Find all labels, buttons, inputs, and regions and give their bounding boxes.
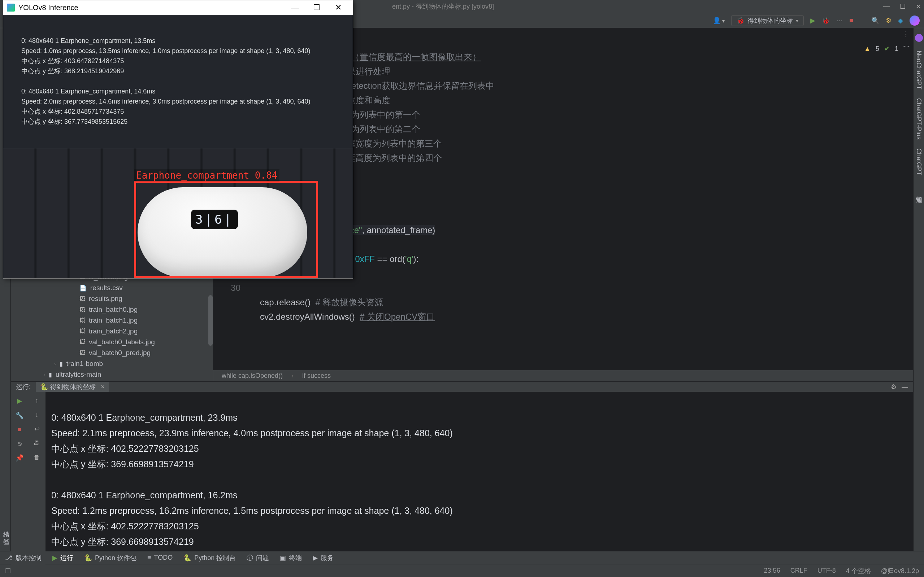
problems-tab[interactable]: ⓘ 问题 bbox=[247, 554, 269, 562]
maximize-icon[interactable]: ☐ bbox=[306, 3, 328, 12]
tree-file[interactable]: 🖼val_batch0_labels.jpg bbox=[11, 337, 213, 348]
right-panel-tab[interactable]: ChatGPT bbox=[915, 148, 922, 176]
warning-icon: ▲ bbox=[864, 45, 871, 53]
run-label: 运行: bbox=[16, 382, 31, 391]
inference-titlebar[interactable]: YOLOv8 Inference — ☐ ✕ bbox=[3, 0, 353, 15]
pin-icon[interactable]: 📌 bbox=[16, 454, 23, 462]
terminal-tab[interactable]: ▣ 终端 bbox=[280, 554, 302, 562]
run-output-gutter: ↑ ↓ ↩ 🖶 🗑 bbox=[28, 392, 45, 567]
run-play-icon[interactable]: ▶ bbox=[810, 16, 815, 24]
editor-inspection[interactable]: ▲5 ✔1 ˆ ˇ bbox=[864, 45, 909, 53]
ide-minimize-icon[interactable]: — bbox=[883, 3, 890, 10]
todo-tab[interactable]: ≡ TODO bbox=[147, 554, 173, 561]
up-icon[interactable]: ↑ bbox=[36, 397, 39, 405]
stop-icon[interactable]: ■ bbox=[18, 426, 22, 434]
tree-file[interactable]: 🖼train_batch2.jpg bbox=[11, 326, 213, 337]
right-panel-tab[interactable]: ChatGPT-Plus bbox=[915, 98, 922, 140]
pypkg-tab[interactable]: 🐍 Python 软件包 bbox=[84, 554, 136, 562]
editor-breadcrumb[interactable]: while cap.isOpened() › if success bbox=[213, 370, 913, 381]
file-icon: 🖼 bbox=[79, 317, 85, 324]
rerun-icon[interactable]: ▶ bbox=[17, 397, 22, 405]
tree-scrollbar[interactable] bbox=[208, 295, 213, 346]
run-tab[interactable]: ▶ 运行 bbox=[52, 554, 73, 562]
tree-file[interactable]: 🖼val_batch0_pred.jpg bbox=[11, 348, 213, 358]
exit-icon[interactable]: ⎋ bbox=[18, 440, 22, 448]
vcs-tab[interactable]: ⎇ 版本控制 bbox=[5, 554, 42, 562]
gear-icon[interactable]: ⚙ bbox=[891, 383, 897, 391]
run-config-selector[interactable]: 🐞 得到物体的坐标 ▾ bbox=[731, 15, 804, 26]
tree-file[interactable]: 🖼results.png bbox=[11, 293, 213, 304]
tree-file[interactable]: 🖼train_batch1.jpg bbox=[11, 315, 213, 326]
plugin-icon[interactable] bbox=[915, 34, 923, 42]
run-action-gutter: ▶ 🔧 ■ ⎋ 📌 bbox=[11, 392, 28, 567]
ide-maximize-icon[interactable]: ☐ bbox=[900, 3, 906, 10]
user-icon[interactable]: 👤 ▾ bbox=[713, 16, 725, 24]
run-tool-window: 运行: 🐍得到物体的坐标× ⚙ — ▶ 🔧 ■ ⎋ 📌 ↑ ↓ ↩ bbox=[11, 381, 913, 551]
close-tab-icon[interactable]: × bbox=[101, 383, 105, 391]
file-icon: 🖼 bbox=[79, 328, 85, 335]
caret-icon: ˆ ˇ bbox=[903, 45, 909, 53]
chevron-right-icon: › bbox=[54, 361, 56, 367]
hide-icon[interactable]: — bbox=[901, 383, 908, 391]
settings-icon[interactable]: ⚙ bbox=[886, 16, 892, 24]
tree-file[interactable]: 📄results.csv bbox=[11, 282, 213, 293]
chevron-down-icon: ▾ bbox=[796, 18, 798, 23]
status-crlf[interactable]: CRLF bbox=[790, 567, 808, 574]
inference-window[interactable]: YOLOv8 Inference — ☐ ✕ 0: 480x640 1 Earp… bbox=[3, 0, 353, 279]
inference-frame: 0: 480x640 1 Earphone_compartment, 13.5m… bbox=[3, 15, 353, 278]
file-icon: 🖼 bbox=[79, 295, 85, 302]
detection-bbox bbox=[134, 181, 318, 278]
run-tab[interactable]: 🐍得到物体的坐标× bbox=[36, 382, 109, 392]
status-interpreter[interactable]: @归ov8.1.2p bbox=[881, 567, 919, 575]
left-panel-tabs: 结构 书签 bbox=[2, 527, 10, 534]
file-icon: 📄 bbox=[79, 285, 87, 292]
right-panel-tab[interactable]: NeoChatGPT bbox=[915, 50, 922, 90]
status-encoding[interactable]: UTF-8 bbox=[817, 567, 836, 574]
status-time: 23:56 bbox=[764, 567, 780, 574]
trash-icon[interactable]: 🗑 bbox=[34, 454, 40, 461]
folder-icon: ▮ bbox=[49, 371, 52, 378]
search-icon[interactable]: 🔍 bbox=[871, 16, 879, 24]
ide-logo-icon[interactable]: ◆ bbox=[898, 16, 903, 24]
tree-file[interactable]: 🖼train_batch0.jpg bbox=[11, 304, 213, 315]
chevron-right-icon: › bbox=[291, 372, 294, 380]
services-tab[interactable]: ▶ 服务 bbox=[313, 554, 334, 562]
code-content[interactable]: sults[0].plot() #（置信度最高的一帧图像取出来） # 对结果进行… bbox=[260, 35, 913, 370]
python-icon: 🐍 bbox=[40, 383, 48, 391]
breadcrumb-item[interactable]: if success bbox=[302, 372, 331, 380]
more-run-icon[interactable]: ⋯ bbox=[836, 16, 843, 24]
ok-icon: ✔ bbox=[884, 45, 890, 53]
run-console[interactable]: 0: 480x640 1 Earphone_compartment, 23.9m… bbox=[45, 392, 913, 567]
folder-icon: ▮ bbox=[60, 361, 63, 367]
ide-close-icon[interactable]: ✕ bbox=[916, 3, 921, 10]
stop-icon[interactable]: ■ bbox=[849, 16, 853, 24]
file-icon: 🖼 bbox=[79, 306, 85, 313]
detection-label: Earphone_compartment 0.84 bbox=[134, 169, 279, 182]
close-icon[interactable]: ✕ bbox=[328, 3, 349, 12]
soft-wrap-icon[interactable]: ↩ bbox=[34, 425, 40, 433]
inference-title: YOLOv8 Inference bbox=[18, 3, 284, 12]
pyconsole-tab[interactable]: 🐍 Python 控制台 bbox=[183, 554, 236, 562]
file-icon: 🖼 bbox=[79, 339, 85, 345]
overlay-log: 0: 480x640 1 Earphone_compartment, 13.5m… bbox=[21, 26, 310, 137]
status-window-icon[interactable]: ☐ bbox=[5, 567, 11, 575]
editor-kebab-icon[interactable]: ⋮ bbox=[902, 30, 909, 38]
down-icon[interactable]: ↓ bbox=[36, 411, 39, 419]
minimize-icon[interactable]: — bbox=[284, 3, 306, 12]
app-icon bbox=[7, 3, 15, 11]
status-indent[interactable]: 4 个空格 bbox=[846, 567, 871, 575]
tree-folder[interactable]: ›▮train1-bomb bbox=[11, 358, 213, 369]
right-tool-gutter: NeoChatGPT ChatGPT-Plus ChatGPT 通知 bbox=[913, 28, 924, 551]
breadcrumb-item[interactable]: while cap.isOpened() bbox=[222, 372, 283, 380]
print-icon[interactable]: 🖶 bbox=[34, 440, 40, 447]
chevron-right-icon: › bbox=[43, 372, 45, 377]
wrench-icon[interactable]: 🔧 bbox=[16, 411, 23, 419]
run-config-label: 得到物体的坐标 bbox=[748, 16, 793, 25]
avatar-icon[interactable] bbox=[909, 16, 920, 26]
tree-folder[interactable]: ›▮ultralytics-main bbox=[11, 369, 213, 380]
bug-icon: 🐞 bbox=[737, 16, 745, 24]
run-header: 运行: 🐍得到物体的坐标× ⚙ — bbox=[11, 382, 913, 392]
file-icon: 🖼 bbox=[79, 350, 85, 356]
debug-icon[interactable]: 🐞 bbox=[822, 16, 830, 24]
